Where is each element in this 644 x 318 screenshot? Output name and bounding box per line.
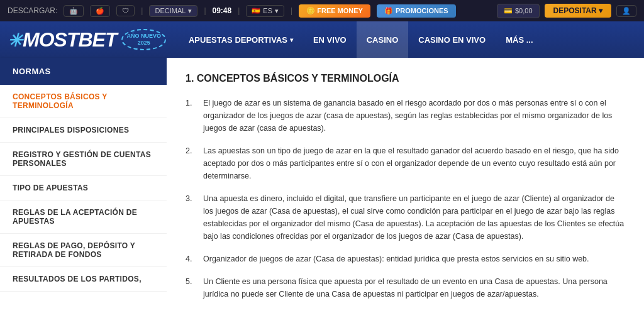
content-title: 1. CONCEPTOS BÁSICOS Y TERMINOLOGÍA xyxy=(186,73,625,84)
logo-area: ✳MOSTBET AÑO NUEVO 2025 xyxy=(8,28,166,52)
depositar-button[interactable]: DEPOSITAR ▾ xyxy=(545,4,611,18)
sidebar-item-tipo[interactable]: TIPO DE APUESTAS xyxy=(0,176,167,200)
top-bar-right: 💳 $0,00 DEPOSITAR ▾ 👤 xyxy=(497,4,636,18)
list-number: 1. xyxy=(186,97,196,134)
sidebar-header: NORMAS xyxy=(0,58,167,85)
sidebar: NORMAS CONCEPTOS BÁSICOS Y TERMINOLOGÍA … xyxy=(0,58,167,318)
sidebar-item-principales[interactable]: PRINCIPALES DISPOSICIONES xyxy=(0,118,167,143)
user-button[interactable]: 👤 xyxy=(616,5,636,17)
list-text: Las apuestas son un tipo de juego de aza… xyxy=(203,145,625,182)
balance-icon: 💳 xyxy=(504,7,513,15)
list-text: Un Cliente es una persona física que apu… xyxy=(203,275,625,300)
nav-links: APUESTAS DEPORTIVAS ▾ EN VIVO CASINO CAS… xyxy=(179,21,636,58)
list-number: 3. xyxy=(186,192,196,243)
decimal-button[interactable]: DECIMAL ▾ xyxy=(149,5,197,17)
sidebar-item-reglas-aceptacion[interactable]: REGLAS DE LA ACEPTACIÓN DE APUESTAS xyxy=(0,200,167,234)
apple-download-button[interactable]: 🍎 xyxy=(90,5,110,17)
sidebar-item-reglas-pago[interactable]: REGLAS DE PAGO, DEPÓSITO Y RETIRADA DE F… xyxy=(0,234,167,267)
top-bar: DESCARGAR: 🤖 🍎 🛡 | DECIMAL ▾ | 09:48 | 🇪… xyxy=(0,0,644,21)
new-year-badge: AÑO NUEVO 2025 xyxy=(121,29,166,50)
gift-icon: 🎁 xyxy=(384,7,393,15)
list-text: Organizador de juegos de azar (Casa de a… xyxy=(203,253,625,265)
main-content: NORMAS CONCEPTOS BÁSICOS Y TERMINOLOGÍA … xyxy=(0,58,644,318)
divider3: | xyxy=(238,6,240,15)
logo-star-icon: ✳ xyxy=(8,31,21,50)
list-number: 4. xyxy=(186,253,196,265)
list-text: El juego de azar es un sistema de gananc… xyxy=(203,97,625,134)
balance-display: 💳 $0,00 xyxy=(497,4,540,18)
time-display: 09:48 xyxy=(213,6,232,15)
content-area: 1. CONCEPTOS BÁSICOS Y TERMINOLOGÍA 1. E… xyxy=(167,58,644,318)
promociones-button[interactable]: 🎁 PROMOCIONES xyxy=(377,4,456,18)
top-bar-left: DESCARGAR: 🤖 🍎 🛡 | DECIMAL ▾ | 09:48 | 🇪… xyxy=(8,4,491,18)
list-number: 5. xyxy=(186,275,196,300)
list-item: 5. Un Cliente es una persona física que … xyxy=(186,275,625,300)
divider4: | xyxy=(291,6,292,15)
chevron-down-icon: ▾ xyxy=(290,36,293,43)
download-label: DESCARGAR: xyxy=(8,6,57,15)
divider2: | xyxy=(204,6,206,15)
nav-casino-envivo[interactable]: CASINO EN VIVO xyxy=(408,21,496,58)
language-button[interactable]: 🇪🇸 ES ▾ xyxy=(246,5,284,17)
divider: | xyxy=(141,6,143,15)
nav-mas[interactable]: MÁS ... xyxy=(496,21,543,58)
logo-text: ✳MOSTBET xyxy=(8,28,116,52)
list-item: 1. El juego de azar es un sistema de gan… xyxy=(186,97,625,134)
list-text: Una apuesta es dinero, incluido el digit… xyxy=(203,192,625,243)
content-list: 1. El juego de azar es un sistema de gan… xyxy=(186,97,625,300)
nav-casino[interactable]: CASINO xyxy=(357,21,409,58)
sidebar-item-conceptos[interactable]: CONCEPTOS BÁSICOS Y TERMINOLOGÍA xyxy=(0,85,167,118)
sidebar-item-resultados[interactable]: RESULTADOS DE LOS PARTIDOS, xyxy=(0,267,167,292)
flag-icon: 🇪🇸 xyxy=(252,7,260,15)
list-number: 2. xyxy=(186,145,196,182)
android-download-button[interactable]: 🤖 xyxy=(64,5,84,17)
nav-apuestas[interactable]: APUESTAS DEPORTIVAS ▾ xyxy=(179,21,303,58)
list-item: 4. Organizador de juegos de azar (Casa d… xyxy=(186,253,625,265)
shield-button[interactable]: 🛡 xyxy=(116,5,135,16)
sidebar-item-registro[interactable]: REGISTRO Y GESTIÓN DE CUENTAS PERSONALES xyxy=(0,143,167,176)
list-item: 2. Las apuestas son un tipo de juego de … xyxy=(186,145,625,182)
nav-bar: ✳MOSTBET AÑO NUEVO 2025 APUESTAS DEPORTI… xyxy=(0,21,644,58)
free-money-button[interactable]: 🪙 FREE MONEY xyxy=(299,4,370,18)
list-item: 3. Una apuesta es dinero, incluido el di… xyxy=(186,192,625,243)
nav-envivo[interactable]: EN VIVO xyxy=(303,21,357,58)
coins-icon: 🪙 xyxy=(306,7,315,14)
